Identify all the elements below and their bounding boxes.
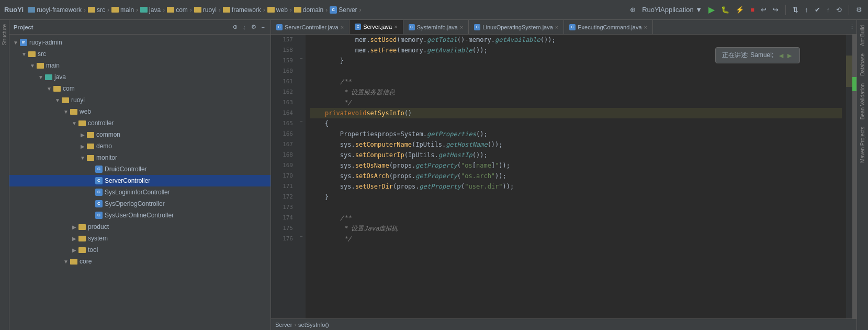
code-line-170: sys.setOsArch(props.getProperty("os.arch… <box>310 171 842 181</box>
editor-tabs: C ServerController.java × C Server.java … <box>271 20 856 35</box>
tree-arrow: ▶ <box>70 236 78 241</box>
tree-item-com[interactable]: ▼ com <box>9 83 270 94</box>
tree-item-tool[interactable]: ▶ tool <box>9 244 270 256</box>
gutter-165[interactable]: − <box>297 118 306 129</box>
folder-icon <box>70 109 77 115</box>
left-panel-structure[interactable]: Structure <box>1 22 8 48</box>
push-button[interactable]: ↑ <box>825 5 832 15</box>
vcs-button[interactable]: ⇅ <box>791 5 800 15</box>
right-panel-bean[interactable]: Bean Validation <box>859 80 866 123</box>
right-panel-database[interactable]: Database <box>859 50 866 79</box>
code-editor[interactable]: mem.setUsed(memory.getTotal() - memory.g… <box>306 35 846 318</box>
sidebar-icon-1[interactable]: ⊕ <box>231 23 239 31</box>
tree-item-monitor[interactable]: ▼ monitor <box>9 152 270 163</box>
tree-label: system <box>88 235 108 242</box>
gutter-159[interactable]: − <box>297 56 306 66</box>
commit-button[interactable]: ✔ <box>813 5 822 15</box>
code-line-161: /** <box>310 76 842 87</box>
tab-close[interactable]: × <box>555 24 558 30</box>
history-button[interactable]: ⟲ <box>835 5 843 15</box>
breadcrumb-method: setSysInfo() <box>298 322 329 328</box>
tree-item-core[interactable]: ▼ core <box>9 256 270 267</box>
sidebar-title: Project <box>14 24 33 30</box>
tree-item-server-controller[interactable]: ▶ C ServerController <box>9 175 270 186</box>
tab-close[interactable]: × <box>394 24 397 30</box>
tree-item-product[interactable]: ▶ product <box>9 221 270 233</box>
speaking-arrows: ◄ ► <box>777 51 793 60</box>
line-num-166: 166 <box>271 129 297 139</box>
breadcrumb-item-1[interactable]: ruoyi-framework <box>28 6 82 14</box>
minimap-highlight <box>846 56 852 87</box>
tree-item-common[interactable]: ▶ common <box>9 129 270 140</box>
stop-button[interactable]: ■ <box>749 5 756 15</box>
tree-arrow: ▼ <box>53 97 62 103</box>
run-button[interactable]: ▶ <box>707 4 716 16</box>
run-app-dropdown[interactable]: RuoYiApplication ▼ <box>640 5 704 15</box>
tree-item-sysonline[interactable]: ▶ C SysUserOnlineController <box>9 210 270 221</box>
editor-area: C ServerController.java × C Server.java … <box>271 20 856 330</box>
sidebar-collapse[interactable]: − <box>260 23 266 31</box>
gutter-161 <box>297 76 306 87</box>
tree-item-web[interactable]: ▼ web <box>9 106 270 117</box>
tab-sysinfo[interactable]: C SystemInfo.java × <box>403 20 469 35</box>
tree-arrow: ▶ <box>78 144 87 149</box>
breadcrumb-item-5[interactable]: com <box>167 6 188 14</box>
breadcrumb-item-2[interactable]: src <box>88 6 105 14</box>
tab-close[interactable]: × <box>341 24 344 30</box>
folder-icon <box>78 224 86 230</box>
breadcrumb-item-4[interactable]: java <box>140 6 161 14</box>
class-icon: C <box>409 24 415 30</box>
folder-icon <box>87 155 94 161</box>
breadcrumb-item-3[interactable]: main <box>111 6 134 14</box>
tab-server-controller[interactable]: C ServerController.java × <box>271 20 350 35</box>
tree-item-main[interactable]: ▼ main <box>9 60 270 71</box>
tree-item-demo[interactable]: ▶ demo <box>9 140 270 152</box>
tree-item-syslogin[interactable]: ▶ C SysLogininforController <box>9 186 270 198</box>
git-icon[interactable]: ⊕ <box>628 5 637 15</box>
tab-close[interactable]: × <box>460 24 463 30</box>
tree-item-system[interactable]: ▶ system <box>9 233 270 244</box>
tree-item-sysoper[interactable]: ▶ C SysOperlogController <box>9 198 270 210</box>
line-num-158: 158 <box>271 45 297 56</box>
tree-item-java[interactable]: ▼ java <box>9 71 270 83</box>
right-panel-maven[interactable]: Maven Projects <box>859 124 866 166</box>
code-line-166: Properties props = System.getProperties(… <box>310 129 842 139</box>
tabs-settings-btn[interactable]: ⋮ <box>848 23 856 31</box>
settings-button[interactable]: ⚙ <box>854 5 864 15</box>
minimap <box>846 35 852 318</box>
line-num-165: 165 <box>271 118 297 129</box>
tree-label: common <box>96 131 120 138</box>
tab-linux-os[interactable]: C LinuxOperatingSystem.java × <box>469 20 564 35</box>
line-num-174: 174 <box>271 213 297 223</box>
tab-executing[interactable]: C ExecutingCommand.java × <box>564 20 653 35</box>
line-num-160: 160 <box>271 66 297 76</box>
undo-button[interactable]: ↩ <box>759 5 768 15</box>
breadcrumb-item-8[interactable]: web <box>267 6 288 14</box>
tree-item-ruoyi[interactable]: ▼ ruoyi <box>9 94 270 106</box>
tree-item-druid[interactable]: ▶ C DruidController <box>9 163 270 175</box>
tab-server[interactable]: C Server.java × <box>350 20 403 35</box>
code-line-172: } <box>310 192 842 202</box>
breadcrumb-item-9[interactable]: domain <box>294 6 323 14</box>
breadcrumb-item-6[interactable]: ruoyi <box>194 6 217 14</box>
right-panel-ant[interactable]: Ant Build <box>859 22 866 49</box>
line-num-168: 168 <box>271 150 297 160</box>
sidebar-icon-2[interactable]: ↕ <box>241 23 247 31</box>
tree-item-controller[interactable]: ▼ controller <box>9 117 270 129</box>
folder-icon <box>28 7 35 13</box>
gutter-176[interactable]: − <box>297 234 306 244</box>
code-line-167: sys.setComputerName(IpUtils.getHostName(… <box>310 139 842 150</box>
sidebar-icons: ⊕ ↕ ⚙ − <box>231 23 266 31</box>
run-coverage-button[interactable]: ⚡ <box>734 5 746 15</box>
redo-button[interactable]: ↪ <box>771 5 780 15</box>
tree-arrow: ▼ <box>20 51 28 57</box>
update-button[interactable]: ↑ <box>803 5 810 15</box>
tree-label: core <box>80 258 92 265</box>
tree-item-ruoyi-admin[interactable]: ▼ m ruoyi-admin <box>9 37 270 48</box>
breadcrumb-item-7[interactable]: framework <box>223 6 261 14</box>
tab-close[interactable]: × <box>644 24 647 30</box>
breadcrumb-item-10[interactable]: C Server <box>330 6 357 14</box>
tree-item-src[interactable]: ▼ src <box>9 48 270 60</box>
sidebar-settings[interactable]: ⚙ <box>250 23 258 31</box>
debug-button[interactable]: 🐛 <box>719 5 731 15</box>
